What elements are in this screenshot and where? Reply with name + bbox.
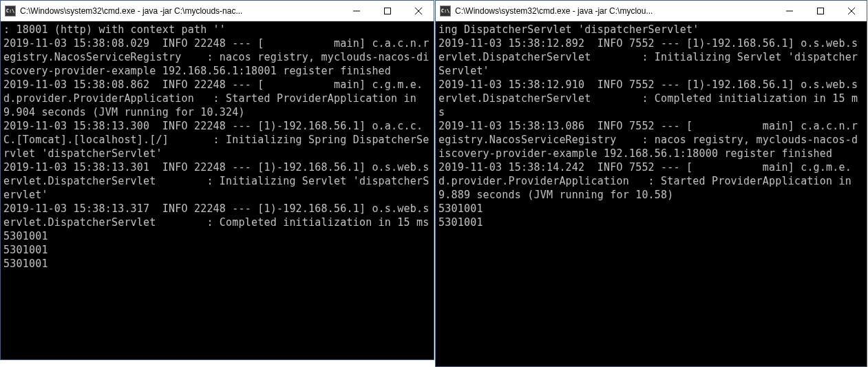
titlebar-text-right: C:\Windows\system32\cmd.exe - java -jar …: [455, 6, 774, 16]
titlebar-buttons-right: [774, 1, 867, 21]
titlebar-right[interactable]: C:\ C:\Windows\system32\cmd.exe - java -…: [436, 1, 867, 21]
minimize-button[interactable]: [774, 1, 805, 21]
maximize-button[interactable]: [805, 1, 836, 21]
console-output-left[interactable]: : 18001 (http) with context path '' 2019…: [1, 21, 434, 359]
console-output-right[interactable]: ing DispatcherServlet 'dispatcherServlet…: [436, 21, 867, 366]
cmd-window-left: C:\ C:\Windows\system32\cmd.exe - java -…: [0, 0, 434, 360]
svg-rect-5: [817, 8, 823, 14]
svg-rect-1: [384, 8, 390, 14]
cmd-icon: C:\: [440, 6, 451, 17]
maximize-button[interactable]: [372, 1, 403, 21]
close-button[interactable]: [403, 1, 434, 21]
cmd-window-right: C:\ C:\Windows\system32\cmd.exe - java -…: [435, 0, 867, 367]
titlebar-left[interactable]: C:\ C:\Windows\system32\cmd.exe - java -…: [1, 1, 434, 21]
minimize-button[interactable]: [341, 1, 372, 21]
close-button[interactable]: [836, 1, 867, 21]
titlebar-text-left: C:\Windows\system32\cmd.exe - java -jar …: [20, 6, 341, 16]
cmd-icon: C:\: [5, 6, 16, 17]
titlebar-buttons-left: [341, 1, 434, 21]
